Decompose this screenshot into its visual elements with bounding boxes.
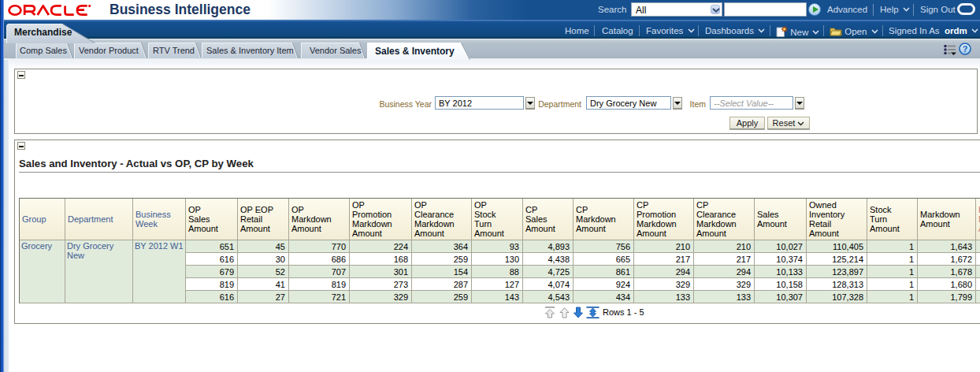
svg-text:?: ? <box>963 44 968 54</box>
